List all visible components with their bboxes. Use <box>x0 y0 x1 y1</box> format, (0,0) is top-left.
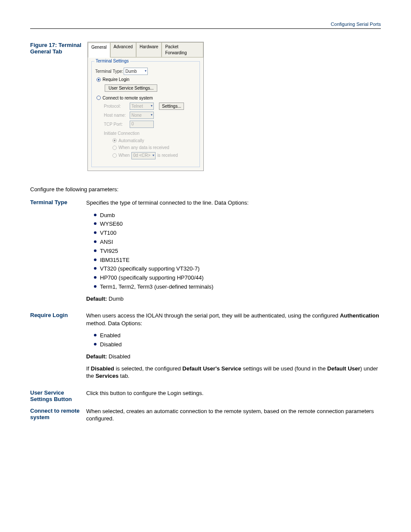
protocol-label: Protocol: <box>104 103 130 109</box>
initiate-auto-label: Automatically <box>118 138 144 144</box>
user-service-settings-button[interactable]: User Service Settings... <box>105 84 157 92</box>
radio-icon <box>97 78 101 82</box>
protocol-select: Telnet <box>130 103 154 110</box>
terminal-settings-group: Terminal Settings Terminal Type: Dumb Re… <box>91 61 200 167</box>
param-require-login-label: Require Login <box>30 312 86 384</box>
initiate-connection-label: Initiate Connection <box>104 131 196 137</box>
initiate-auto-radio: Automatically <box>112 138 196 144</box>
dialog-tabstrip: General Advanced Hardware Packet Forward… <box>88 42 203 58</box>
protocol-settings-button[interactable]: Settings... <box>159 103 184 110</box>
terminal-settings-dialog: General Advanced Hardware Packet Forward… <box>87 42 204 171</box>
param-terminal-type-label: Terminal Type <box>30 199 86 307</box>
radio-icon <box>112 153 117 158</box>
is-received-label: is received <box>157 152 178 159</box>
page-header: Configuring Serial Ports <box>30 22 381 28</box>
list-item: IBM3151TE <box>94 256 381 265</box>
header-rule <box>30 28 381 29</box>
list-item: VT320 (specifically supporting VT320-7) <box>94 264 381 274</box>
param-connect-remote-text: When selected, creates an automatic conn… <box>86 408 381 423</box>
figure-caption: Figure 17: Terminal General Tab <box>30 42 86 180</box>
list-item: Term1, Term2, Term3 (user-defined termin… <box>94 283 381 292</box>
require-login-label: Require Login <box>103 77 129 83</box>
radio-icon <box>112 146 117 150</box>
terminal-type-select[interactable]: Dumb <box>124 68 148 75</box>
connect-remote-label: Connect to remote system <box>103 95 153 101</box>
param-terminal-type-text: Specifies the type of terminal connected… <box>86 199 381 207</box>
require-login-note: If Disabled is selected, the configured … <box>86 365 381 380</box>
when-char-select: 0d <CR> <box>131 152 156 159</box>
configure-instruction: Configure the following parameters: <box>30 186 381 193</box>
connect-remote-radio[interactable]: Connect to remote system <box>97 95 196 101</box>
initiate-any-label: When any data is received <box>118 145 169 151</box>
list-item: WYSE60 <box>94 220 381 229</box>
initiate-when-radio: When 0d <CR> is received <box>112 152 196 159</box>
tcpport-input: 0 <box>130 121 154 128</box>
radio-icon <box>112 138 117 143</box>
list-item: Disabled <box>94 340 381 349</box>
tab-advanced[interactable]: Advanced <box>110 42 136 57</box>
param-require-login-text: When users access the IOLAN through the … <box>86 312 381 327</box>
tab-general[interactable]: General <box>88 43 110 58</box>
list-item: ANSI <box>94 238 381 247</box>
initiate-any-radio: When any data is received <box>112 145 196 151</box>
initiate-when-label: When <box>118 152 130 159</box>
tab-packet-forwarding[interactable]: Packet Forwarding <box>162 42 203 57</box>
require-login-default: Default: Disabled <box>86 353 381 361</box>
require-login-radio[interactable]: Require Login <box>97 77 196 83</box>
param-user-service-text: Click this button to configure the Login… <box>86 389 381 397</box>
groupbox-title: Terminal Settings <box>94 58 130 64</box>
list-item: HP700 (specifically supporting HP700/44) <box>94 274 381 283</box>
list-item: Dumb <box>94 211 381 220</box>
tcpport-label: TCP Port: <box>104 121 130 128</box>
list-item: TVI925 <box>94 247 381 256</box>
hostname-label: Host name: <box>104 112 130 118</box>
list-item: VT100 <box>94 229 381 238</box>
tab-hardware[interactable]: Hardware <box>136 42 162 57</box>
terminal-type-options: Dumb WYSE60 VT100 ANSI TVI925 IBM3151TE … <box>94 211 381 292</box>
list-item: Enabled <box>94 331 381 340</box>
terminal-type-label: Terminal Type: <box>95 68 124 75</box>
param-connect-remote-label: Connect to remote system <box>30 408 86 427</box>
terminal-type-default: Default: Dumb <box>86 295 381 303</box>
hostname-select: None <box>130 112 154 119</box>
param-user-service-label: User Service Settings Button <box>30 389 86 402</box>
radio-icon <box>97 96 101 100</box>
require-login-options: Enabled Disabled <box>94 331 381 349</box>
